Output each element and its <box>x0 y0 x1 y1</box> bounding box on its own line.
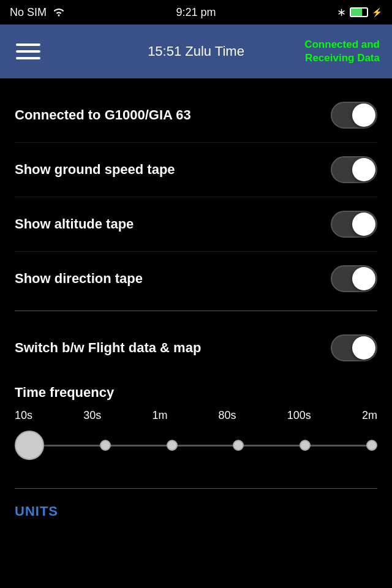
setting-label-altitude: Show altitude tape <box>15 216 134 232</box>
setting-row-direction: Show direction tape <box>15 252 377 306</box>
setting-row-g1000: Connected to G1000/GIA 63 <box>15 88 377 143</box>
freq-label-4: 100s <box>287 409 311 422</box>
divider-1 <box>15 311 377 311</box>
freq-label-0: 10s <box>15 409 32 422</box>
hamburger-line-2 <box>16 50 40 53</box>
nav-bar: 15:51 Zulu Time Connected and Receiving … <box>0 24 392 78</box>
switch-section: Switch b/w Flight data & map <box>0 316 392 375</box>
status-bar: No SIM 9:21 pm ∗ ⚡ <box>0 0 392 24</box>
toggle-altitude[interactable] <box>331 211 377 238</box>
toggle-knob-g1000 <box>352 104 375 127</box>
setting-label-flightmap: Switch b/w Flight data & map <box>15 340 201 356</box>
nav-title: 15:51 Zulu Time <box>148 43 244 59</box>
slider-dot-1[interactable] <box>100 440 111 451</box>
bolt-icon: ⚡ <box>372 7 382 17</box>
setting-label-g1000: Connected to G1000/GIA 63 <box>15 107 191 123</box>
toggle-flightmap[interactable] <box>331 334 377 361</box>
slider-dot-5[interactable] <box>366 440 377 451</box>
toggle-knob-direction <box>352 267 375 290</box>
slider-dots <box>15 431 377 460</box>
main-content: Connected to G1000/GIA 63 Show ground sp… <box>0 78 392 529</box>
frequency-section: Time frequency 10s 30s 1m 80s 100s 2m <box>0 375 392 478</box>
hamburger-menu[interactable] <box>12 40 44 63</box>
hamburger-line-1 <box>16 43 40 46</box>
frequency-title: Time frequency <box>15 385 377 401</box>
wifi-icon <box>51 6 66 20</box>
units-section: UNITS <box>0 494 392 529</box>
status-left: No SIM <box>10 6 66 20</box>
nav-status: Connected and Receiving Data <box>304 38 380 65</box>
slider-dot-3[interactable] <box>233 440 244 451</box>
freq-label-3: 80s <box>219 409 236 422</box>
setting-label-groundspeed: Show ground speed tape <box>15 162 175 178</box>
slider-dot-2[interactable] <box>167 440 178 451</box>
toggle-direction[interactable] <box>331 265 377 292</box>
slider-thumb-0[interactable] <box>15 431 44 460</box>
battery-indicator <box>350 7 368 17</box>
freq-label-2: 1m <box>152 409 167 422</box>
toggle-knob-altitude <box>352 213 375 236</box>
toggle-groundspeed[interactable] <box>331 156 377 183</box>
bluetooth-icon: ∗ <box>337 6 346 19</box>
toggle-knob-flightmap <box>352 336 375 360</box>
setting-row-flightmap: Switch b/w Flight data & map <box>15 321 377 375</box>
slider-dot-4[interactable] <box>300 440 311 451</box>
freq-label-1: 30s <box>83 409 101 422</box>
carrier-label: No SIM <box>10 6 47 19</box>
settings-section: Connected to G1000/GIA 63 Show ground sp… <box>0 78 392 306</box>
status-right: ∗ ⚡ <box>337 6 382 19</box>
setting-row-groundspeed: Show ground speed tape <box>15 143 377 197</box>
frequency-labels: 10s 30s 1m 80s 100s 2m <box>15 409 377 422</box>
setting-label-direction: Show direction tape <box>15 271 143 287</box>
toggle-knob-groundspeed <box>352 158 375 181</box>
hamburger-line-3 <box>16 57 40 59</box>
frequency-slider[interactable] <box>15 427 377 464</box>
status-time: 9:21 pm <box>176 6 216 19</box>
freq-label-5: 2m <box>362 409 377 422</box>
units-title: UNITS <box>15 503 377 519</box>
divider-2 <box>15 488 377 489</box>
toggle-g1000[interactable] <box>331 102 377 129</box>
setting-row-altitude: Show altitude tape <box>15 197 377 252</box>
